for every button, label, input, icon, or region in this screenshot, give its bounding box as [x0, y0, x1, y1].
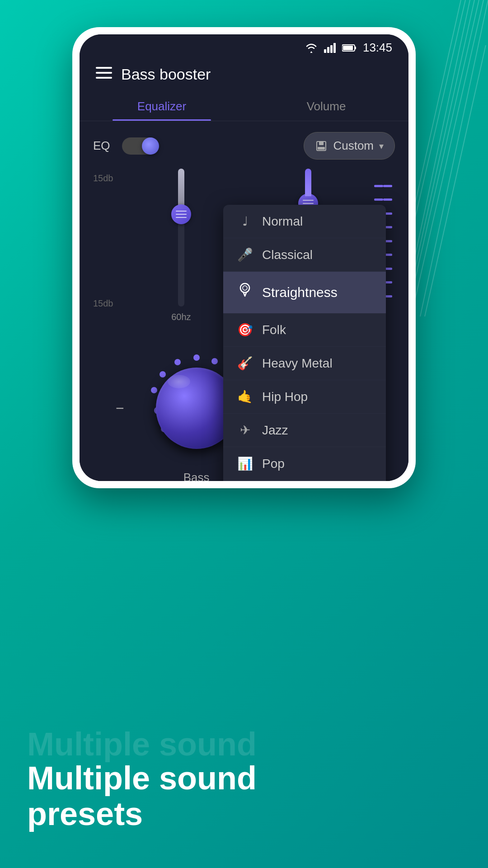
classical-icon: 🎤: [237, 247, 253, 262]
wifi-icon: [305, 43, 318, 53]
svg-rect-19: [319, 142, 324, 145]
signal-icon: [324, 43, 336, 53]
bottom-text-main: Multiple sound presets: [27, 760, 461, 832]
bass-minus-button[interactable]: −: [107, 396, 133, 421]
thumb-lines-1: [176, 211, 187, 218]
preset-dropdown-menu: ♩ Normal 🎤 Classical: [223, 205, 386, 481]
preset-hip-hop[interactable]: 🤙 Hip Hop: [223, 380, 386, 414]
straightness-icon: [237, 282, 253, 303]
save-icon: [315, 140, 328, 152]
preset-jazz-label: Jazz: [262, 423, 288, 438]
app-title: Bass booster: [121, 66, 211, 83]
svg-line-2: [420, 0, 488, 316]
svg-rect-16: [96, 72, 112, 74]
band-thumb-1[interactable]: [171, 204, 191, 224]
preset-straightness-label: Straightness: [262, 285, 338, 300]
svg-rect-9: [327, 47, 329, 53]
svg-rect-11: [333, 43, 336, 53]
band-track-1[interactable]: [178, 169, 184, 307]
svg-line-1: [411, 0, 483, 316]
phone-frame: 13:45 Bass booster Equalizer Volume: [72, 27, 416, 488]
normal-icon: ♩: [237, 214, 253, 229]
preset-straightness[interactable]: Straightness: [223, 272, 386, 313]
status-bar: 13:45: [80, 34, 408, 58]
battery-icon: [342, 43, 357, 52]
knob-shine: [168, 375, 190, 388]
tab-bar: Equalizer Volume: [80, 90, 408, 121]
svg-rect-13: [355, 47, 356, 49]
preset-hip-hop-label: Hip Hop: [262, 390, 308, 404]
preset-classical[interactable]: 🎤 Classical: [223, 238, 386, 272]
jazz-icon: ✈: [237, 423, 253, 438]
svg-rect-14: [343, 46, 353, 50]
status-icons: 13:45: [305, 41, 392, 55]
preset-heavy-metal[interactable]: 🎸 Heavy Metal: [223, 347, 386, 380]
svg-rect-17: [96, 77, 112, 79]
hip-hop-icon: 🤙: [237, 389, 253, 404]
svg-point-21: [240, 283, 249, 292]
preset-folk[interactable]: 🎯 Folk: [223, 313, 386, 347]
eq-label: EQ: [93, 139, 110, 153]
eq-toggle-group: EQ: [93, 137, 158, 155]
folk-icon: 🎯: [237, 322, 253, 337]
preset-pop[interactable]: 📊 Pop: [223, 447, 386, 481]
bottom-text-section: Multiple sound Multiple sound presets: [0, 728, 488, 832]
heavy-metal-icon: 🎸: [237, 356, 253, 371]
bass-label: Bass: [183, 471, 210, 481]
tab-equalizer[interactable]: Equalizer: [80, 90, 244, 121]
preset-normal-label: Normal: [262, 214, 303, 229]
preset-classical-label: Classical: [262, 248, 313, 262]
dropdown-arrow-icon: ▾: [379, 141, 384, 151]
db-min-label: 15db: [93, 298, 113, 309]
svg-rect-15: [96, 67, 112, 69]
preset-label: Custom: [333, 139, 374, 153]
db-max-label: 15db: [93, 173, 113, 184]
svg-rect-8: [324, 49, 326, 53]
svg-line-0: [407, 0, 479, 316]
bottom-text-shadow: Multiple sound: [27, 728, 461, 760]
eq-bands-area: 15db 15db: [93, 169, 395, 340]
svg-point-22: [243, 286, 247, 290]
phone-screen: 13:45 Bass booster Equalizer Volume: [80, 34, 408, 481]
svg-rect-10: [330, 45, 333, 53]
svg-rect-20: [318, 147, 325, 150]
pop-icon: 📊: [237, 456, 253, 471]
preset-folk-label: Folk: [262, 323, 286, 337]
eq-toggle-switch[interactable]: [122, 137, 158, 155]
preset-rock[interactable]: ♪ Rock: [223, 481, 386, 481]
preset-heavy-metal-label: Heavy Metal: [262, 356, 333, 371]
svg-line-7: [425, 45, 486, 316]
preset-dropdown-button[interactable]: Custom ▾: [304, 132, 395, 160]
preset-normal[interactable]: ♩ Normal: [223, 205, 386, 238]
toggle-thumb: [142, 137, 159, 155]
band-freq-1: 60hz: [171, 312, 191, 322]
status-time: 13:45: [363, 41, 392, 55]
preset-jazz[interactable]: ✈ Jazz: [223, 414, 386, 447]
main-content: EQ Custom ▾: [80, 121, 408, 481]
tab-volume[interactable]: Volume: [244, 90, 408, 121]
db-scale-left: 15db 15db: [93, 169, 113, 322]
preset-pop-label: Pop: [262, 457, 285, 471]
hamburger-icon[interactable]: [96, 67, 112, 82]
eq-row: EQ Custom ▾: [93, 132, 395, 160]
top-nav: Bass booster: [80, 58, 408, 90]
